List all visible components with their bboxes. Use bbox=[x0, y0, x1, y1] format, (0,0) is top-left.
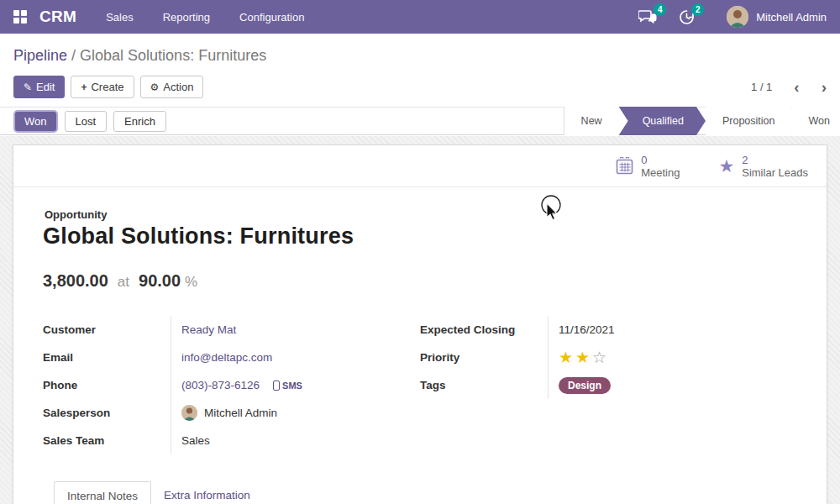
phone-label: Phone bbox=[43, 379, 171, 391]
breadcrumb-current: / Global Solutions: Furnitures bbox=[67, 47, 266, 64]
probability-value: 90.00 bbox=[139, 271, 181, 291]
meetings-smart-button[interactable]: 0 Meeting bbox=[616, 154, 680, 179]
smart-buttons-row: 0 Meeting ★ 2 Similar Leads bbox=[13, 145, 827, 187]
breadcrumb-pipeline-link[interactable]: Pipeline bbox=[13, 47, 67, 64]
action-button[interactable]: ⚙ Action bbox=[140, 76, 204, 98]
salesperson-avatar bbox=[181, 405, 197, 421]
star-icon: ★ bbox=[718, 158, 734, 175]
sales-team-label: Sales Team bbox=[43, 434, 171, 447]
stage-pipeline: New Qualified Proposition Won bbox=[564, 107, 840, 135]
priority-star-1-filled-icon[interactable]: ★ bbox=[559, 349, 573, 365]
field-row-phone: Phone (803)-873-6126 SMS bbox=[43, 371, 420, 399]
create-button-label: Create bbox=[91, 81, 123, 93]
mark-lost-button[interactable]: Lost bbox=[65, 111, 108, 132]
edit-button[interactable]: ✎ Edit bbox=[13, 76, 65, 98]
stage-proposition[interactable]: Proposition bbox=[706, 107, 792, 135]
crm-form-page: { "navbar": { "brand": "CRM", "menus": [… bbox=[0, 0, 840, 504]
field-row-tags: Tags Design bbox=[420, 371, 797, 399]
expected-closing-value: 11/16/2021 bbox=[559, 323, 615, 336]
breadcrumb: Pipeline / Global Solutions: Furnitures bbox=[0, 34, 840, 71]
pencil-icon: ✎ bbox=[24, 81, 32, 93]
field-row-sales-team: Sales Team Sales bbox=[43, 427, 420, 454]
similar-leads-count: 2 bbox=[742, 154, 808, 166]
priority-star-3-empty-icon[interactable]: ☆ bbox=[592, 349, 606, 365]
form-background: 0 Meeting ★ 2 Similar Leads Opportunity … bbox=[0, 136, 840, 504]
create-button[interactable]: + Create bbox=[71, 76, 134, 98]
pager-prev-button[interactable]: ‹ bbox=[794, 81, 799, 93]
user-name[interactable]: Mitchell Admin bbox=[756, 11, 827, 24]
sms-button[interactable]: SMS bbox=[273, 381, 302, 391]
field-row-priority: Priority ★ ★ ☆ bbox=[420, 344, 797, 371]
user-avatar[interactable] bbox=[727, 6, 748, 28]
meeting-label: Meeting bbox=[641, 166, 680, 179]
enrich-button[interactable]: Enrich bbox=[113, 111, 166, 132]
at-label: at bbox=[118, 274, 129, 291]
control-panel: ✎ Edit + Create ⚙ Action 1 / 1 ‹ › bbox=[0, 71, 840, 107]
status-bar: Won Lost Enrich New Qualified Propositio… bbox=[0, 107, 840, 135]
expected-revenue-value: 3,800.00 bbox=[43, 271, 108, 291]
page-title: Global Solutions: Furnitures bbox=[43, 223, 797, 249]
field-row-customer: Customer Ready Mat bbox=[43, 316, 420, 344]
record-card: 0 Meeting ★ 2 Similar Leads Opportunity … bbox=[13, 144, 827, 504]
nav-menu-sales[interactable]: Sales bbox=[106, 11, 134, 24]
pager-value: 1 / 1 bbox=[751, 81, 772, 93]
notebook-tabs: Internal Notes Extra Information bbox=[43, 481, 797, 504]
email-link[interactable]: info@deltapc.com bbox=[181, 351, 272, 364]
field-row-salesperson: Salesperson Mitchell Admin bbox=[43, 399, 420, 427]
customer-label: Customer bbox=[43, 323, 171, 336]
similar-leads-smart-button[interactable]: ★ 2 Similar Leads bbox=[718, 154, 808, 179]
stage-won[interactable]: Won bbox=[792, 107, 840, 135]
tab-extra-information[interactable]: Extra Information bbox=[151, 481, 263, 504]
field-groups: Customer Ready Mat Email info@deltapc.co… bbox=[43, 316, 797, 454]
activities-icon[interactable]: 2 bbox=[679, 9, 695, 25]
tab-internal-notes[interactable]: Internal Notes bbox=[54, 481, 151, 504]
field-row-expected-closing: Expected Closing 11/16/2021 bbox=[420, 316, 797, 344]
avatar-image bbox=[727, 6, 748, 28]
nav-menu-configuration[interactable]: Configuration bbox=[239, 11, 304, 24]
mobile-phone-icon bbox=[273, 381, 280, 391]
phone-link[interactable]: (803)-873-6126 bbox=[181, 379, 260, 391]
sales-team-value[interactable]: Sales bbox=[181, 434, 210, 447]
action-button-label: Action bbox=[163, 81, 193, 93]
nav-menu-reporting[interactable]: Reporting bbox=[163, 11, 210, 24]
priority-label: Priority bbox=[420, 351, 548, 364]
percent-sign: % bbox=[185, 274, 197, 291]
gear-icon: ⚙ bbox=[150, 81, 160, 93]
messages-icon[interactable]: 4 bbox=[638, 9, 657, 24]
meeting-count: 0 bbox=[641, 154, 680, 166]
avatar-image bbox=[181, 405, 197, 421]
pager: 1 / 1 ‹ › bbox=[751, 81, 827, 93]
apps-menu-icon[interactable] bbox=[13, 10, 27, 24]
email-label: Email bbox=[43, 351, 171, 364]
plus-icon: + bbox=[81, 81, 87, 93]
tag-design: Design bbox=[559, 377, 611, 394]
record-type-label: Opportunity bbox=[45, 208, 797, 221]
salesperson-label: Salesperson bbox=[43, 407, 171, 419]
priority-star-2-filled-icon[interactable]: ★ bbox=[575, 349, 590, 365]
mark-won-button[interactable]: Won bbox=[13, 110, 58, 133]
field-group-right: Expected Closing 11/16/2021 Priority ★ ★… bbox=[420, 316, 797, 454]
calendar-icon bbox=[616, 157, 633, 175]
messages-badge: 4 bbox=[654, 3, 666, 16]
sms-button-label: SMS bbox=[282, 381, 302, 391]
app-brand[interactable]: CRM bbox=[39, 8, 76, 26]
salesperson-value[interactable]: Mitchell Admin bbox=[204, 407, 277, 419]
top-navbar: CRM Sales Reporting Configuration 4 2 bbox=[0, 0, 840, 34]
pager-next-button[interactable]: › bbox=[822, 81, 827, 93]
revenue-row: 3,800.00 at 90.00 % bbox=[43, 271, 797, 291]
form-sheet: Opportunity Global Solutions: Furnitures… bbox=[13, 187, 827, 504]
customer-link[interactable]: Ready Mat bbox=[181, 323, 236, 336]
expected-closing-label: Expected Closing bbox=[420, 323, 548, 336]
field-group-left: Customer Ready Mat Email info@deltapc.co… bbox=[43, 316, 420, 454]
field-row-email: Email info@deltapc.com bbox=[43, 344, 420, 371]
activities-badge: 2 bbox=[691, 3, 704, 16]
similar-leads-label: Similar Leads bbox=[742, 166, 808, 179]
stage-new[interactable]: New bbox=[564, 107, 619, 135]
tags-label: Tags bbox=[420, 379, 548, 391]
stage-qualified[interactable]: Qualified bbox=[619, 107, 706, 135]
edit-button-label: Edit bbox=[36, 81, 55, 93]
